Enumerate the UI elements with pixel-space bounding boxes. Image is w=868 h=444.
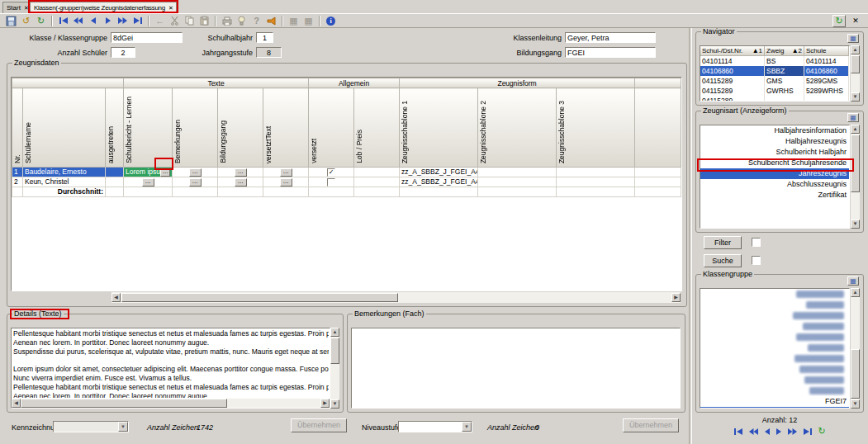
klassengruppe-item-fgei7[interactable]: FGEI7 [700, 396, 849, 407]
sidebar-splitter[interactable] [689, 28, 692, 444]
klassengruppe-item-redacted[interactable] [700, 385, 849, 396]
copy-icon[interactable] [183, 15, 197, 27]
cell-ausgetreten[interactable] [106, 168, 124, 177]
schulhalbjahr-input[interactable] [256, 32, 273, 43]
print-icon[interactable] [220, 15, 234, 27]
scroll-left-icon[interactable]: ◀ [111, 293, 121, 302]
uebernehmen2-button[interactable]: Übernehmen [623, 418, 679, 432]
klassengruppe-item-redacted[interactable] [700, 364, 849, 375]
cell-editor-button[interactable]: ... [142, 178, 154, 187]
help-icon[interactable]: ? [249, 15, 263, 27]
navigator-col-schule[interactable]: Schule [804, 46, 849, 55]
close-icon[interactable]: ✕ [24, 5, 29, 11]
klassenleitung-input[interactable] [565, 32, 656, 43]
vscroll-thumb[interactable] [851, 135, 860, 192]
klassengruppe-item-redacted[interactable] [700, 353, 849, 364]
scroll-right-icon[interactable]: ▶ [320, 399, 330, 408]
info-icon[interactable]: i [324, 15, 338, 27]
fast-backward-icon[interactable] [71, 15, 85, 27]
klassengruppe-item-redacted[interactable] [700, 300, 849, 310]
hscroll-thumb[interactable] [21, 399, 227, 408]
cell-versetzttext[interactable]: ... [263, 168, 309, 177]
navigator-row-selected[interactable]: 04106860SBBZ04106860 [700, 66, 849, 76]
klassengruppe-item-redacted[interactable] [700, 310, 849, 321]
tab-zeugnisdatenerfassung[interactable]: Klassen(-gruppen)weise Zeugnisdatenerfas… [30, 2, 177, 13]
close-icon[interactable]: ✕ [168, 5, 173, 11]
tab-start[interactable]: Start ✕ [2, 2, 33, 13]
close-panel-icon[interactable]: ✕ [851, 15, 861, 27]
cell-nr[interactable]: 1 [12, 168, 23, 177]
cell-bemerkungen[interactable]: ... [173, 177, 218, 187]
cell-zeugnisschablone-3[interactable] [557, 168, 635, 177]
cell-editor-button[interactable]: ... [235, 168, 247, 177]
suche-checkbox[interactable] [752, 256, 761, 265]
last-record-icon[interactable] [803, 427, 813, 436]
cell-zeugnisschablone-1[interactable]: zz_A_SBBZ_J_FGEI_A4 [400, 177, 478, 187]
grid-view-icon[interactable]: ▦ [287, 15, 301, 27]
grid-config-icon[interactable]: ▦ [847, 34, 859, 43]
zeugnisart-list[interactable]: Halbjahresinformation Halbjahreszeugnis … [700, 125, 850, 229]
vscroll-thumb[interactable] [330, 338, 339, 364]
filter-button[interactable]: Filter [704, 236, 742, 249]
klassengruppe-vscrollbar[interactable]: ▲ ▼ [851, 288, 860, 409]
hint-bulb-icon[interactable] [235, 15, 249, 27]
klassengruppe-item-redacted[interactable] [700, 375, 849, 385]
refresh-panel-icon[interactable]: ↻ [832, 15, 846, 27]
last-record-icon[interactable] [130, 15, 145, 27]
anzahl-schueler-input[interactable] [111, 47, 135, 58]
save-icon[interactable] [4, 15, 18, 27]
versetzt-checkbox[interactable]: ✓ [327, 168, 335, 177]
cell-zeugnisschablone-1[interactable]: zz_A_SBBZ_J_FGEI_A4 [400, 168, 478, 177]
scroll-up-icon[interactable]: ▲ [851, 288, 860, 297]
cell-ausgetreten[interactable] [106, 177, 124, 187]
first-record-icon[interactable] [56, 15, 70, 27]
filter-checkbox[interactable] [752, 238, 761, 247]
versetzt-checkbox[interactable] [327, 178, 335, 187]
klassengruppe-list[interactable]: FGEI7 8dGei [700, 288, 850, 409]
undo-icon[interactable]: ↺ [19, 15, 33, 27]
previous-record-icon[interactable] [86, 15, 100, 27]
navigator-row[interactable]: 04115289 [700, 96, 849, 102]
cell-zeugnisschablone-2[interactable] [478, 168, 557, 177]
cell-schulbericht[interactable]: Lorem ipsu... [124, 168, 173, 177]
navigator-col-schulnr[interactable]: Schul-/Dst.Nr.▲1 [700, 46, 765, 55]
zeugnisart-vscrollbar[interactable]: ▲ ▼ [851, 125, 860, 229]
cell-bildungsgang[interactable]: ... [218, 177, 263, 187]
zeugnisart-item-selected[interactable]: Jahreszeugnis [700, 168, 849, 179]
cell-schuelername[interactable]: Baudelaire, Ernesto [23, 168, 106, 177]
uebernehmen-button[interactable]: Übernehmen [291, 418, 347, 432]
navigator-vscrollbar[interactable]: ▲ ▼ [851, 45, 860, 102]
cell-editor-button[interactable]: ... [280, 178, 292, 187]
navigator-row[interactable]: 04101114BS04101114 [700, 56, 849, 66]
details-hscrollbar[interactable]: ◀ ▶ [12, 399, 330, 408]
scroll-up-icon[interactable]: ▲ [330, 328, 339, 337]
first-record-icon[interactable] [733, 427, 743, 436]
cell-editor-button[interactable]: ... [189, 178, 202, 187]
zeugnisart-item[interactable]: Halbjahresinformation [700, 125, 849, 136]
cell-editor-button[interactable]: ... [280, 168, 292, 177]
navigator-grid[interactable]: Schul-/Dst.Nr.▲1 Zweig▲2 Schule 04101114… [700, 45, 850, 102]
zeugnisart-item[interactable]: Abschlusszeugnis [700, 179, 849, 190]
zeugnisart-item[interactable]: Schulbericht Schuljahresende [700, 158, 849, 168]
grid-config-icon[interactable]: ▦ [847, 276, 859, 286]
cell-editor-button[interactable]: ... [235, 178, 247, 187]
scroll-up-icon[interactable]: ▲ [851, 125, 860, 134]
navigator-row[interactable]: 04115289GMS5289GMS [700, 76, 849, 86]
details-vscrollbar[interactable]: ▲ ▼ [330, 328, 339, 409]
niveaustufe-select[interactable]: ▼ [398, 421, 472, 432]
navigate-back-icon[interactable]: ← [153, 15, 167, 27]
zeugnisart-item[interactable]: Schulbericht Halbjahr [700, 147, 849, 158]
vscroll-thumb[interactable] [851, 55, 860, 73]
cell-lob-preis[interactable] [354, 177, 400, 187]
cell-lob-preis[interactable] [354, 168, 400, 177]
cut-icon[interactable] [168, 15, 182, 27]
grid-config-icon[interactable]: ▦ [847, 113, 859, 122]
klassengruppe-item-redacted[interactable] [700, 289, 849, 300]
cell-editor-button[interactable]: ... [189, 168, 202, 177]
cell-schuelername[interactable]: Keun, Christel [23, 177, 106, 187]
klasse-input[interactable] [111, 32, 183, 43]
table-row[interactable]: 2 Keun, Christel ... ... ... ... zz_A_SB… [12, 177, 681, 187]
hscroll-thumb[interactable] [121, 293, 398, 302]
cell-bemerkungen[interactable]: ... [173, 168, 218, 177]
details-text-area[interactable]: Pellentesque habitant morbi tristique se… [11, 328, 330, 409]
